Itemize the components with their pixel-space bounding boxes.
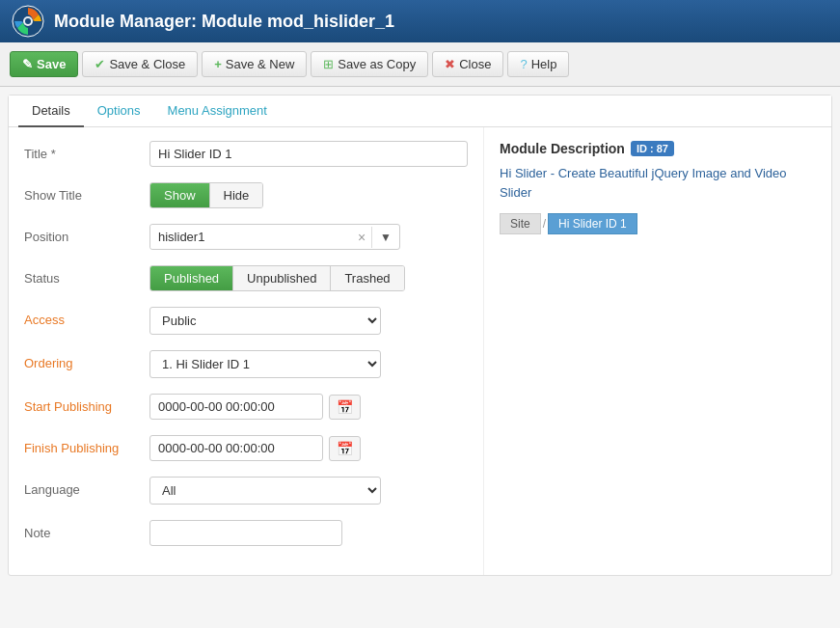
- breadcrumb-bar: Site / Hi Slider ID 1: [500, 213, 816, 234]
- id-badge: ID : 87: [631, 141, 674, 156]
- main-content: Details Options Menu Assignment Title * …: [8, 95, 832, 576]
- note-row: Note: [24, 520, 468, 546]
- breadcrumb-module: Hi Slider ID 1: [548, 213, 637, 234]
- position-row: Position × ▼: [24, 224, 468, 250]
- start-publishing-label: Start Publishing: [24, 394, 149, 414]
- finish-publishing-label: Finish Publishing: [24, 435, 149, 455]
- language-control: All: [149, 477, 468, 505]
- show-hide-toggle: Show Hide: [149, 182, 263, 208]
- ordering-row: Ordering 1. Hi Slider ID 1: [24, 350, 468, 378]
- status-row: Status Published Unpublished Trashed: [24, 265, 468, 291]
- show-title-control: Show Hide: [149, 182, 468, 208]
- finish-publishing-calendar-button[interactable]: 📅: [329, 436, 361, 461]
- status-unpublished-button[interactable]: Unpublished: [233, 266, 331, 290]
- note-input[interactable]: [149, 520, 342, 546]
- ordering-select[interactable]: 1. Hi Slider ID 1: [149, 350, 381, 378]
- form-area: Title * Show Title Show Hide Position: [9, 127, 831, 575]
- access-label: Access: [24, 307, 149, 327]
- ordering-control: 1. Hi Slider ID 1: [149, 350, 468, 378]
- status-control: Published Unpublished Trashed: [149, 265, 468, 291]
- tabs-bar: Details Options Menu Assignment: [9, 96, 831, 127]
- save-new-button[interactable]: + Save & New: [202, 51, 307, 77]
- position-label: Position: [24, 224, 149, 244]
- language-select[interactable]: All: [149, 477, 381, 505]
- joomla-logo: [12, 5, 44, 38]
- note-label: Note: [24, 520, 149, 540]
- copy-icon: ⊞: [323, 57, 334, 71]
- language-label: Language: [24, 477, 149, 497]
- module-desc-title: Module Description ID : 87: [500, 141, 816, 156]
- close-button[interactable]: ✖ Close: [432, 51, 503, 77]
- form-left: Title * Show Title Show Hide Position: [9, 127, 484, 575]
- position-input[interactable]: [150, 225, 352, 249]
- access-control: Public Registered Special: [149, 307, 468, 335]
- close-icon: ✖: [445, 57, 455, 71]
- svg-point-2: [25, 18, 31, 24]
- show-button[interactable]: Show: [150, 183, 210, 207]
- start-publishing-input[interactable]: [149, 394, 323, 420]
- position-select-wrapper: × ▼: [149, 224, 400, 250]
- save-close-button[interactable]: ✔ Save & Close: [82, 51, 198, 77]
- page-title: Module Manager: Module mod_hislider_1: [54, 12, 394, 32]
- position-clear-button[interactable]: ×: [352, 227, 372, 248]
- finish-publishing-input[interactable]: [149, 435, 323, 461]
- show-title-row: Show Title Show Hide: [24, 182, 468, 208]
- toolbar: ✎ Save ✔ Save & Close + Save & New ⊞ Sav…: [0, 42, 840, 87]
- plus-icon: +: [214, 57, 222, 71]
- note-control: [149, 520, 468, 546]
- status-toggle: Published Unpublished Trashed: [149, 265, 405, 291]
- access-row: Access Public Registered Special: [24, 307, 468, 335]
- title-input[interactable]: [149, 141, 468, 167]
- start-publishing-group: 📅: [149, 394, 468, 420]
- help-icon: ?: [520, 57, 527, 71]
- title-label: Title *: [24, 141, 149, 161]
- title-control: [149, 141, 468, 167]
- status-label: Status: [24, 265, 149, 286]
- hide-button[interactable]: Hide: [210, 183, 263, 207]
- language-row: Language All: [24, 477, 468, 505]
- start-publishing-row: Start Publishing 📅: [24, 394, 468, 420]
- start-publishing-calendar-button[interactable]: 📅: [329, 395, 361, 420]
- position-dropdown-button[interactable]: ▼: [372, 228, 399, 247]
- calendar-icon-2: 📅: [337, 441, 353, 456]
- calendar-icon: 📅: [337, 399, 353, 415]
- module-description-panel: Module Description ID : 87 Hi Slider - C…: [484, 127, 831, 575]
- help-button[interactable]: ? Help: [507, 51, 569, 77]
- save-button[interactable]: ✎ Save: [10, 51, 78, 77]
- show-title-label: Show Title: [24, 182, 149, 203]
- tab-details[interactable]: Details: [18, 96, 84, 127]
- finish-publishing-row: Finish Publishing 📅: [24, 435, 468, 461]
- breadcrumb-separator: /: [541, 217, 548, 231]
- start-publishing-control: 📅: [149, 394, 468, 420]
- ordering-label: Ordering: [24, 350, 149, 370]
- finish-publishing-control: 📅: [149, 435, 468, 461]
- tab-options[interactable]: Options: [84, 96, 154, 127]
- app-header: Module Manager: Module mod_hislider_1: [0, 0, 840, 42]
- status-trashed-button[interactable]: Trashed: [331, 266, 403, 290]
- module-desc-text: Hi Slider - Create Beautiful jQuery Imag…: [500, 164, 816, 202]
- check-icon: ✔: [95, 57, 105, 71]
- tab-menu-assignment[interactable]: Menu Assignment: [154, 96, 281, 127]
- status-published-button[interactable]: Published: [150, 266, 233, 290]
- access-select[interactable]: Public Registered Special: [149, 307, 381, 335]
- title-row: Title *: [24, 141, 468, 167]
- position-control: × ▼: [149, 224, 468, 250]
- finish-publishing-group: 📅: [149, 435, 468, 461]
- save-copy-button[interactable]: ⊞ Save as Copy: [311, 51, 428, 77]
- save-icon: ✎: [22, 57, 33, 71]
- breadcrumb-site: Site: [500, 213, 541, 234]
